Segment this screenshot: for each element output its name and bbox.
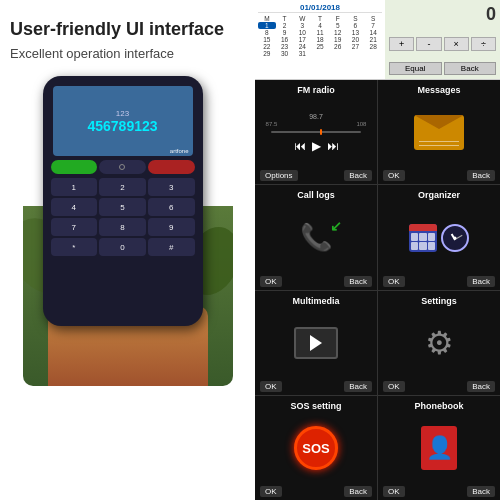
- key-2[interactable]: 2: [99, 178, 146, 196]
- fm-controls: ⏮ ▶ ⏭: [294, 139, 339, 153]
- phone-number-display: 456789123: [87, 118, 157, 134]
- calc-plus[interactable]: +: [389, 37, 414, 51]
- settings-title: Settings: [383, 296, 495, 306]
- settings-ok-button[interactable]: OK: [383, 381, 405, 392]
- person-icon: 👤: [426, 435, 453, 461]
- messages-back-button[interactable]: Back: [467, 170, 495, 181]
- app-organizer[interactable]: Organizer: [378, 185, 500, 289]
- sos-icon: SOS: [294, 426, 338, 470]
- key-9[interactable]: 9: [148, 218, 195, 236]
- fm-next-icon[interactable]: ⏭: [327, 139, 339, 153]
- settings-back-button[interactable]: Back: [467, 381, 495, 392]
- call-logs-footer: OK Back: [260, 276, 372, 287]
- sos-icon-area: SOS: [260, 411, 372, 486]
- tv-icon: [294, 327, 338, 359]
- gear-icon: ⚙: [425, 324, 454, 362]
- messages-footer: OK Back: [383, 170, 495, 181]
- phonebook-back-button[interactable]: Back: [467, 486, 495, 497]
- fm-radio-icon-area: 98.7 87.5 108 ⏮ ▶ ⏭: [260, 95, 372, 170]
- calendar-widget: 01/01/2018 MTWTFSS 1 234567 891011121314…: [255, 0, 385, 79]
- fm-frequency: 98.7: [309, 113, 323, 120]
- multimedia-icon-area: [260, 306, 372, 381]
- fm-range-low: 87.5: [266, 121, 278, 127]
- organizer-icon-area: [383, 200, 495, 275]
- phone-screen-top: 123: [116, 109, 129, 118]
- fm-prev-icon[interactable]: ⏮: [294, 139, 306, 153]
- call-logs-ok-button[interactable]: OK: [260, 276, 282, 287]
- key-1[interactable]: 1: [51, 178, 98, 196]
- calc-equal-button[interactable]: Equal: [389, 62, 442, 75]
- app-phonebook[interactable]: Phonebook 👤 OK Back: [378, 396, 500, 500]
- calc-ops-row: + - × ÷: [389, 37, 496, 51]
- call-logs-title: Call logs: [260, 190, 372, 200]
- top-row: 01/01/2018 MTWTFSS 1 234567 891011121314…: [255, 0, 500, 80]
- app-call-logs[interactable]: Call logs 📞 ↙ OK Back: [255, 185, 377, 289]
- settings-icon-area: ⚙: [383, 306, 495, 381]
- app-fm-radio[interactable]: FM radio 98.7 87.5 108 ⏮ ▶ ⏭: [255, 80, 377, 184]
- calc-bottom-row: Equal Back: [389, 62, 496, 75]
- app-sos[interactable]: SOS setting SOS OK Back: [255, 396, 377, 500]
- phonebook-footer: OK Back: [383, 486, 495, 497]
- fm-back-button[interactable]: Back: [344, 170, 372, 181]
- subheadline: Excellent operation interface: [0, 46, 255, 71]
- key-hash[interactable]: #: [148, 238, 195, 256]
- key-star[interactable]: *: [51, 238, 98, 256]
- left-section: User-friendly UI interface Excellent ope…: [0, 0, 255, 500]
- app-settings[interactable]: Settings ⚙ OK Back: [378, 291, 500, 395]
- call-logs-back-button[interactable]: Back: [344, 276, 372, 287]
- organizer-footer: OK Back: [383, 276, 495, 287]
- messages-title: Messages: [383, 85, 495, 95]
- calc-minus[interactable]: -: [416, 37, 441, 51]
- calc-back-button[interactable]: Back: [444, 62, 497, 75]
- envelope-icon: [414, 115, 464, 150]
- call-logs-icon-area: 📞 ↙: [260, 200, 372, 275]
- calendar-grid: 1 234567 891011121314 15161718192021 222…: [258, 22, 382, 57]
- fm-radio-title: FM radio: [260, 85, 372, 95]
- app-multimedia[interactable]: Multimedia OK Back: [255, 291, 377, 395]
- clock-icon: [441, 224, 469, 252]
- sos-title: SOS setting: [260, 401, 372, 411]
- key-5[interactable]: 5: [99, 198, 146, 216]
- fm-play-icon[interactable]: ▶: [312, 139, 321, 153]
- calc-divide[interactable]: ÷: [471, 37, 496, 51]
- phone-keypad: 1 2 3 4 5 6 7 8 9 * 0 #: [51, 178, 195, 256]
- right-section: 01/01/2018 MTWTFSS 1 234567 891011121314…: [255, 0, 500, 500]
- play-icon: [310, 335, 322, 351]
- multimedia-ok-button[interactable]: OK: [260, 381, 282, 392]
- key-6[interactable]: 6: [148, 198, 195, 216]
- phone-end-key[interactable]: [148, 160, 195, 174]
- calc-multiply[interactable]: ×: [444, 37, 469, 51]
- sos-back-button[interactable]: Back: [344, 486, 372, 497]
- key-7[interactable]: 7: [51, 218, 98, 236]
- settings-footer: OK Back: [383, 381, 495, 392]
- call-icon: 📞 ↙: [300, 222, 332, 253]
- phone-brand: artfone: [170, 148, 189, 154]
- calendar-days-header: MTWTFSS: [258, 15, 382, 22]
- key-8[interactable]: 8: [99, 218, 146, 236]
- phonebook-icon-area: 👤: [383, 411, 495, 486]
- sos-ok-button[interactable]: OK: [260, 486, 282, 497]
- messages-ok-button[interactable]: OK: [383, 170, 405, 181]
- phone-call-key[interactable]: [51, 160, 98, 174]
- fm-options-button[interactable]: Options: [260, 170, 298, 181]
- app-grid: FM radio 98.7 87.5 108 ⏮ ▶ ⏭: [255, 80, 500, 500]
- calendar-title: 01/01/2018: [258, 3, 382, 13]
- sos-footer: OK Back: [260, 486, 372, 497]
- multimedia-footer: OK Back: [260, 381, 372, 392]
- messages-icon-area: [383, 95, 495, 170]
- organizer-back-button[interactable]: Back: [467, 276, 495, 287]
- calc-display: 0: [389, 4, 496, 25]
- phonebook-ok-button[interactable]: OK: [383, 486, 405, 497]
- key-0[interactable]: 0: [99, 238, 146, 256]
- organizer-title: Organizer: [383, 190, 495, 200]
- phone-center-key[interactable]: [99, 160, 146, 174]
- key-3[interactable]: 3: [148, 178, 195, 196]
- phonebook-icon: 👤: [421, 426, 457, 470]
- key-4[interactable]: 4: [51, 198, 98, 216]
- mini-calendar-icon: [409, 224, 437, 252]
- cal-day-today: 1: [258, 22, 276, 29]
- multimedia-back-button[interactable]: Back: [344, 381, 372, 392]
- app-messages[interactable]: Messages OK Back: [378, 80, 500, 184]
- calculator-widget: 0 + - × ÷ Equal Back: [385, 0, 500, 79]
- organizer-ok-button[interactable]: OK: [383, 276, 405, 287]
